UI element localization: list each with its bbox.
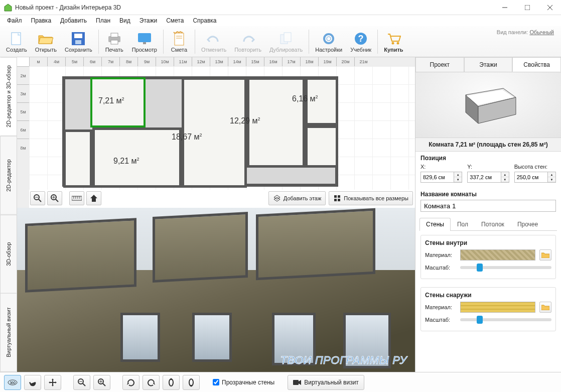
- save-button[interactable]: Сохранить: [61, 30, 96, 54]
- wall-height-input[interactable]: [514, 172, 548, 183]
- svg-rect-44: [338, 199, 340, 201]
- move-button[interactable]: [44, 375, 61, 390]
- svg-rect-8: [74, 34, 82, 38]
- material-subtabs: Стены Пол Потолок Прочее: [419, 218, 557, 231]
- tab-project[interactable]: Проект: [415, 57, 464, 72]
- redo-button[interactable]: Повторить: [230, 30, 265, 54]
- orbit-360-button[interactable]: 360: [4, 375, 21, 390]
- duplicate-button[interactable]: Дублировать: [265, 30, 307, 54]
- tab-floors[interactable]: Этажи: [464, 57, 513, 72]
- minimize-button[interactable]: [493, 0, 516, 15]
- home-button[interactable]: [86, 191, 101, 205]
- undo-button[interactable]: Отменить: [197, 30, 230, 54]
- position-label: Позиция: [420, 155, 556, 162]
- tilt-down-button[interactable]: [183, 375, 200, 390]
- room-area-2: 18,67 м2: [172, 133, 202, 142]
- svg-rect-42: [338, 195, 340, 198]
- left-tab-vv[interactable]: Виртуальный визит: [0, 293, 17, 372]
- measure-button[interactable]: [69, 191, 84, 205]
- room-3d-preview: [415, 72, 561, 138]
- tab-properties[interactable]: Свойства: [512, 57, 561, 72]
- room-area-3: 12,29 м2: [230, 116, 260, 125]
- virtual-visit-button[interactable]: Виртуальный визит: [288, 375, 364, 390]
- menu-edit[interactable]: Правка: [27, 16, 56, 25]
- open-button[interactable]: Открыть: [31, 30, 61, 54]
- menu-plan[interactable]: План: [92, 16, 114, 25]
- svg-text:?: ?: [358, 34, 364, 44]
- estimate-button[interactable]: Смета: [166, 30, 193, 54]
- menu-file[interactable]: Файл: [3, 16, 26, 25]
- bottom-toolbar: 360 Прозрачные стены Виртуальный визит: [0, 372, 561, 392]
- pos-y-spinner[interactable]: ▲▼: [501, 172, 509, 183]
- tilt-up-button[interactable]: [163, 375, 180, 390]
- svg-line-30: [56, 199, 58, 202]
- create-button[interactable]: Создать: [2, 30, 31, 54]
- menu-help[interactable]: Справка: [189, 16, 220, 25]
- subtab-floor[interactable]: Пол: [451, 218, 475, 231]
- menu-estimate[interactable]: Смета: [162, 16, 188, 25]
- zoom-in-3d-button[interactable]: [93, 375, 110, 390]
- zoom-in-button[interactable]: [47, 191, 62, 205]
- menu-view[interactable]: Вид: [115, 16, 134, 25]
- svg-marker-58: [127, 382, 129, 385]
- svg-rect-64: [293, 380, 299, 385]
- wall-in-material-swatch[interactable]: [460, 249, 535, 260]
- left-view-tabs: 2D-редактор и 3D-обзор 2D-редактор 3D-об…: [0, 57, 17, 372]
- camera-icon: [293, 379, 301, 385]
- svg-line-52: [83, 383, 85, 386]
- zoom-out-button[interactable]: [30, 191, 45, 205]
- wall-in-scale-slider[interactable]: [460, 266, 551, 269]
- roomname-input[interactable]: [420, 200, 556, 212]
- svg-point-21: [327, 37, 331, 41]
- show-sizes-button[interactable]: Показывать все размеры: [329, 191, 413, 205]
- rotate-ccw-button[interactable]: [122, 375, 139, 390]
- menu-add[interactable]: Добавить: [56, 16, 91, 25]
- pos-y-input[interactable]: [467, 172, 501, 183]
- svg-rect-41: [334, 195, 337, 198]
- svg-rect-33: [72, 196, 82, 200]
- menu-floors[interactable]: Этажи: [135, 16, 161, 25]
- svg-marker-59: [153, 382, 155, 385]
- pos-x-spinner[interactable]: ▲▼: [454, 172, 462, 183]
- svg-marker-38: [90, 195, 97, 202]
- left-tab-2d3d[interactable]: 2D-редактор и 3D-обзор: [0, 57, 17, 136]
- settings-button[interactable]: Настройки: [311, 30, 346, 54]
- ruler-vertical: 2м3м5м6м8м: [17, 66, 29, 208]
- transparent-walls-checkbox[interactable]: Прозрачные стены: [213, 379, 274, 386]
- pan-button[interactable]: [24, 375, 41, 390]
- left-tab-2d[interactable]: 2D-редактор: [0, 136, 17, 215]
- svg-rect-14: [143, 42, 146, 44]
- panel-view-link[interactable]: Обычный: [529, 29, 554, 35]
- svg-line-55: [103, 383, 105, 386]
- print-button[interactable]: Печать: [101, 30, 128, 54]
- svg-rect-11: [111, 33, 118, 37]
- left-tab-3d[interactable]: 3D-обзор: [0, 215, 17, 294]
- zoom-out-3d-button[interactable]: [73, 375, 90, 390]
- preview-button[interactable]: Просмотр: [128, 30, 161, 54]
- close-button[interactable]: [538, 0, 561, 15]
- svg-marker-65: [299, 380, 301, 385]
- buy-button[interactable]: Купить: [380, 30, 407, 54]
- room-title: Комната 7,21 м² (площадь стен 26,85 м²): [415, 138, 561, 152]
- add-floor-button[interactable]: Добавить этаж: [268, 191, 326, 205]
- tutorial-button[interactable]: ?Учебник: [346, 30, 375, 54]
- main-toolbar: Создать Открыть Сохранить Печать Просмот…: [0, 26, 561, 57]
- view-3d[interactable]: ТВОИ ПРОГРАММЫ РУ: [17, 208, 415, 372]
- wall-in-material-browse[interactable]: [539, 249, 551, 260]
- wall-out-scale-slider[interactable]: [460, 318, 551, 321]
- svg-line-27: [39, 199, 41, 202]
- wall-out-material-browse[interactable]: [539, 302, 551, 313]
- svg-rect-15: [175, 33, 184, 45]
- rotate-cw-button[interactable]: [143, 375, 160, 390]
- pos-x-input[interactable]: [420, 172, 454, 183]
- wall-height-spinner[interactable]: ▲▼: [548, 172, 556, 183]
- subtab-ceiling[interactable]: Потолок: [475, 218, 511, 231]
- subtab-other[interactable]: Прочее: [511, 218, 544, 231]
- plan-2d-view[interactable]: м4м5м6м7м8м9м10м11м12м13м14м15м16м17м18м…: [17, 57, 415, 208]
- subtab-walls[interactable]: Стены: [419, 218, 451, 231]
- svg-rect-13: [138, 33, 151, 42]
- dimensions-icon: [333, 194, 341, 202]
- svg-rect-12: [111, 40, 118, 44]
- maximize-button[interactable]: [516, 0, 538, 15]
- wall-out-material-swatch[interactable]: [460, 302, 535, 313]
